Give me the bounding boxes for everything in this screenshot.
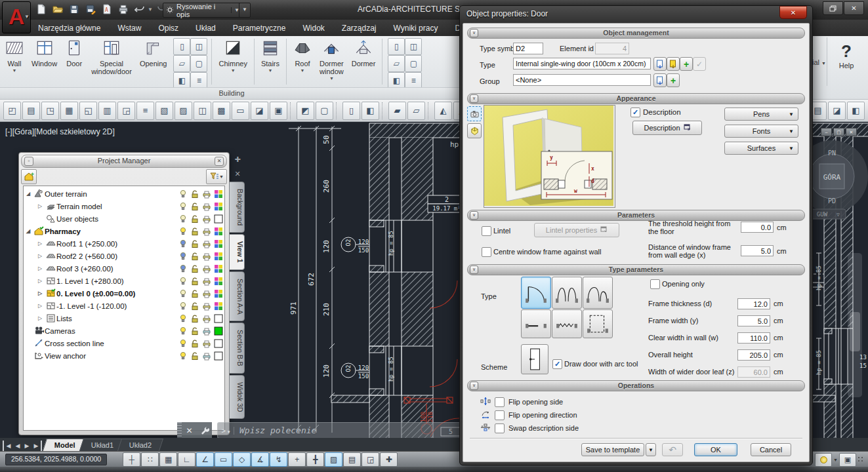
type-symbol-field[interactable]: D2 [513, 43, 543, 54]
visibility-bulb-icon[interactable] [177, 214, 189, 224]
visibility-bulb-icon[interactable] [177, 239, 189, 248]
palette-swatch-icon[interactable] [213, 289, 224, 298]
view-tab-section-a-a[interactable]: Section A-A [229, 271, 245, 322]
next-layout-icon[interactable]: ▶ [22, 441, 31, 451]
collapse-icon[interactable]: ∨ [470, 211, 478, 220]
cad-toolbar-icon[interactable]: ▧ [155, 102, 173, 120]
cad-toolbar-icon[interactable]: ◳ [41, 102, 59, 120]
white-swatch-icon[interactable] [213, 339, 224, 348]
viewport-close-button[interactable]: ✕ [846, 128, 857, 136]
tree-item-outer-terrain[interactable]: ◢Outer terrain [24, 187, 224, 200]
lock-icon[interactable] [189, 214, 201, 224]
param-field[interactable]: 205.0 [737, 349, 770, 361]
lock-icon[interactable] [189, 277, 201, 286]
palette-swatch-icon[interactable] [213, 227, 224, 236]
cad-toolbar-icon[interactable]: ◧ [847, 102, 865, 120]
tree-expander-icon[interactable]: ▷ [35, 241, 45, 246]
visibility-bulb-icon[interactable] [177, 252, 189, 261]
undo-caret-icon[interactable]: ▼ [148, 7, 153, 12]
print-icon[interactable] [201, 302, 213, 311]
dormer-tool[interactable]: Dormer [348, 37, 380, 68]
collapse-icon[interactable]: ∨ [470, 382, 478, 390]
lock-icon[interactable] [189, 289, 201, 298]
ribbon-small-tool[interactable]: ▱ [173, 55, 190, 72]
preview-3d-icon[interactable] [467, 123, 482, 138]
visibility-bulb-icon[interactable] [177, 202, 189, 211]
tree-item-roof2-2-560-00[interactable]: ▷Roof2 2 (+560.00) [24, 250, 224, 262]
cad-toolbar-icon[interactable]: ≡ [136, 102, 154, 120]
print-icon[interactable] [201, 214, 213, 224]
door-type-opening-only[interactable] [583, 309, 613, 338]
tree-expander-icon[interactable]: ▷ [35, 315, 45, 321]
dynamic-input-toggle[interactable]: + [288, 452, 306, 467]
window-tool[interactable]: Window [28, 37, 61, 68]
cad-toolbar-icon[interactable]: ◫ [194, 102, 211, 120]
tree-item-1-level-1-120-00[interactable]: ▷-1. Level -1 (-120.00) [24, 300, 224, 312]
type-global-library-icon[interactable] [667, 57, 680, 71]
cad-toolbar-icon[interactable]: ▥ [98, 102, 116, 120]
dialog-close-button[interactable]: ✕ [779, 6, 807, 19]
door-type-double-swing[interactable] [552, 277, 582, 309]
visibility-bulb-icon[interactable] [177, 277, 189, 286]
viewport-restore-button[interactable]: ▢ [833, 128, 844, 136]
palette-close-icon[interactable]: ✕ [215, 157, 224, 166]
stairs-tool[interactable]: Stairs▼ [257, 37, 283, 73]
type-library-icon[interactable] [653, 57, 667, 71]
add-building-button[interactable]: + [21, 169, 37, 184]
last-layout-icon[interactable]: ▶ [31, 441, 42, 451]
door-tool[interactable]: Door [61, 37, 87, 68]
lintel-checkbox[interactable] [482, 226, 491, 236]
tree-item-1-level-1-280-00[interactable]: ▷1. Level 1 (+280.00) [24, 275, 224, 287]
visibility-bulb-icon[interactable] [177, 302, 189, 311]
lock-icon[interactable] [189, 189, 201, 199]
cad-toolbar-icon[interactable]: ◪ [251, 102, 268, 120]
lock-icon[interactable] [189, 326, 201, 336]
viewcube[interactable]: – ▢ ✕ GÓRA PN PD GUW ▽ [804, 126, 868, 224]
undo-icon[interactable] [133, 2, 147, 16]
print-icon[interactable] [201, 351, 213, 361]
cad-toolbar-icon[interactable]: ▱ [407, 102, 425, 120]
palette-swatch-icon[interactable] [213, 239, 224, 248]
print-icon[interactable] [201, 314, 213, 323]
close-view-icon[interactable]: ✕ [232, 168, 243, 180]
swap-description-side-checkbox[interactable] [495, 423, 505, 433]
print-icon[interactable] [201, 289, 213, 298]
project-manager-title-bar[interactable]: ▫ Project Manager ✕ [21, 155, 227, 168]
save-icon[interactable] [67, 2, 81, 16]
palette-swatch-icon[interactable] [213, 264, 224, 273]
ribbon-small-tool[interactable]: ▱ [388, 55, 405, 72]
tree-item-terrain-model[interactable]: ▷Terrain model [24, 200, 224, 212]
cad-toolbar-icon[interactable]: ▣ [270, 102, 287, 120]
collapse-icon[interactable]: ∨ [470, 29, 478, 37]
lock-icon[interactable] [189, 351, 201, 361]
ribbon-small-tool[interactable]: ▯ [388, 38, 405, 55]
pens-button[interactable]: Pens▼ [724, 108, 798, 121]
command-bar-grip[interactable] [177, 422, 182, 438]
door-type-folding[interactable] [552, 309, 582, 338]
close-button[interactable]: ✕ [844, 1, 864, 15]
palette-swatch-icon[interactable] [213, 277, 224, 286]
viewcube-south[interactable]: PD [828, 197, 836, 205]
surfaces-button[interactable]: Surfaces▼ [724, 142, 798, 155]
ribbon-small-tool[interactable]: ◫ [405, 38, 422, 55]
view-tab-view-1[interactable]: View 1 [229, 234, 245, 270]
resize-grip[interactable] [858, 456, 865, 464]
tab-wstaw[interactable]: Wstaw [117, 24, 141, 33]
cad-toolbar-icon[interactable]: ▦ [60, 102, 78, 120]
white-swatch-icon[interactable] [213, 351, 224, 361]
new-icon[interactable] [34, 2, 49, 16]
object-snap-toggle[interactable]: ▭ [215, 452, 232, 467]
tab-wyniki-pracy[interactable]: Wyniki pracy [394, 24, 438, 33]
viewcube-top-face[interactable]: GÓRA [823, 173, 841, 182]
help-panel[interactable]: ? Help [827, 37, 865, 86]
print-icon[interactable] [201, 252, 213, 261]
print-icon[interactable] [201, 339, 213, 348]
param-field[interactable]: 12.0 [737, 298, 770, 309]
cad-toolbar-icon[interactable]: ◱ [79, 102, 97, 120]
lock-icon[interactable] [189, 314, 201, 323]
view-tab-section-b-b[interactable]: Section B-B [229, 323, 245, 373]
dynamic-ucs-toggle[interactable]: ∡ [251, 452, 269, 467]
add-group-icon[interactable]: + [667, 73, 680, 87]
tree-item-lists[interactable]: ▷Lists [24, 312, 224, 324]
green-swatch-icon[interactable] [213, 326, 224, 336]
